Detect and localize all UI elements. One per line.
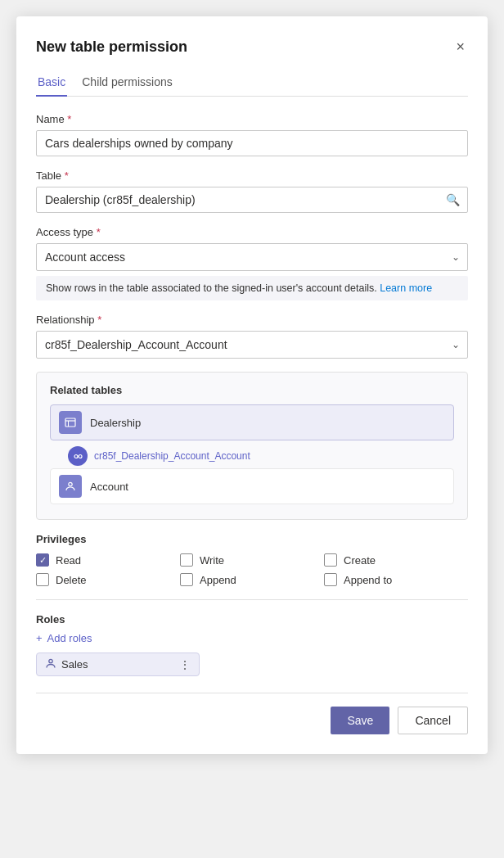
role-more-icon[interactable]: ⋮ [179,658,191,671]
account-label: Account [90,481,128,493]
access-type-label: Access type * [36,226,468,238]
role-person-icon [45,657,56,671]
learn-more-link[interactable]: Learn more [380,282,432,294]
privilege-read[interactable]: Read [36,553,180,567]
append-to-checkbox[interactable] [324,573,337,586]
access-type-select-wrapper: Account access ⌄ [36,243,468,271]
modal-footer: Save Cancel [36,693,468,734]
tab-basic[interactable]: Basic [36,70,67,97]
relationship-select[interactable]: cr85f_Dealership_Account_Account [36,331,468,359]
privilege-create[interactable]: Create [324,553,468,567]
name-input[interactable] [36,130,468,156]
add-roles-label: Add roles [47,632,92,644]
write-checkbox[interactable] [180,553,193,567]
create-checkbox[interactable] [324,553,337,567]
read-label: Read [56,554,81,567]
roles-section: Roles + Add roles Sales ⋮ [36,613,468,676]
privileges-title: Privileges [36,533,468,545]
related-tables-group: Related tables Dealership [36,372,468,520]
divider [36,599,468,600]
delete-checkbox[interactable] [36,573,49,586]
connector-icon [68,446,88,466]
delete-label: Delete [56,574,87,586]
account-table-icon [59,475,82,498]
access-type-group: Access type * Account access ⌄ Show rows… [36,226,468,300]
related-tables-container: Related tables Dealership [36,372,468,520]
tab-child-permissions[interactable]: Child permissions [80,70,173,97]
table-label: Table * [36,169,468,182]
privilege-append-to[interactable]: Append to [324,573,468,586]
related-table-dealership[interactable]: Dealership [50,404,454,440]
dealership-table-icon [59,411,82,434]
write-label: Write [200,554,224,567]
privilege-delete[interactable]: Delete [36,573,180,586]
new-table-permission-modal: New table permission × Basic Child permi… [16,16,488,754]
privilege-append[interactable]: Append [180,573,324,586]
add-icon: + [36,632,43,644]
append-checkbox[interactable] [180,573,193,586]
role-tag-left: Sales [45,657,88,671]
roles-title: Roles [36,613,468,625]
privileges-grid: Read Write Create Delete Append [36,553,468,586]
privilege-write[interactable]: Write [180,553,324,567]
modal-header: New table permission × [36,36,468,57]
tabs-container: Basic Child permissions [36,70,468,97]
table-group: Table * 🔍 [36,169,468,213]
close-button[interactable]: × [452,36,468,57]
access-type-select[interactable]: Account access [36,243,468,271]
append-to-label: Append to [344,574,392,586]
name-group: Name * [36,113,468,156]
table-input[interactable] [36,187,468,213]
create-label: Create [344,554,376,567]
append-label: Append [200,574,236,586]
table-search-wrapper: 🔍 [36,187,468,213]
name-label: Name * [36,113,468,125]
related-tables-title: Related tables [50,384,454,396]
dealership-label: Dealership [90,417,141,429]
relationship-select-wrapper: cr85f_Dealership_Account_Account ⌄ [36,331,468,359]
read-checkbox[interactable] [36,553,49,567]
svg-point-7 [49,659,52,662]
table-search-icon: 🔍 [446,193,460,206]
related-table-account[interactable]: Account [50,468,454,504]
access-type-info: Show rows in the table associated to the… [36,276,468,300]
connector-label: cr85f_Dealership_Account_Account [94,450,250,462]
relationship-label: Relationship * [36,314,468,326]
privileges-section: Privileges Read Write Create Delete [36,533,468,586]
svg-rect-0 [65,418,75,427]
save-button[interactable]: Save [331,707,389,734]
modal-title: New table permission [36,38,187,56]
role-sales-label: Sales [61,658,88,671]
svg-point-6 [69,482,72,485]
svg-point-4 [79,454,82,458]
relationship-group: Relationship * cr85f_Dealership_Account_… [36,314,468,359]
relationship-connector: cr85f_Dealership_Account_Account [50,444,454,468]
add-roles-button[interactable]: + Add roles [36,632,92,644]
svg-point-3 [74,454,78,458]
role-tag-sales: Sales ⋮ [36,653,200,676]
cancel-button[interactable]: Cancel [398,707,468,734]
